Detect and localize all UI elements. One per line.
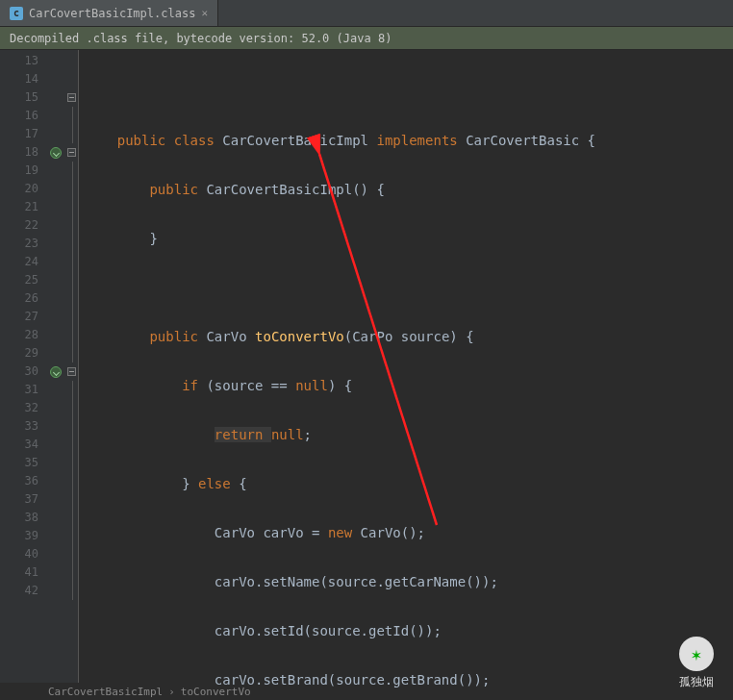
line-gutter: 1314151617181920212223242526272829303132… [0,50,46,683]
fold-toggle[interactable] [65,143,78,162]
tab-filename: CarCovertBasicImpl.class [29,7,195,20]
override-indicator[interactable] [46,362,65,381]
decompile-banner: Decompiled .class file, bytecode version… [0,27,733,50]
file-tab[interactable]: c CarCovertBasicImpl.class ✕ [0,0,218,26]
banner-text: Decompiled .class file, bytecode version… [10,32,392,45]
fold-toggle[interactable] [65,362,78,381]
gutter-icons [46,50,65,683]
close-icon[interactable]: ✕ [201,7,208,19]
wechat-watermark-icon: ✶ [679,637,714,671]
override-indicator[interactable] [46,143,65,162]
breadcrumb[interactable]: CarCovertBasicImpl › toConvertVo [48,686,251,698]
fold-toggle[interactable] [65,88,78,107]
class-file-icon: c [10,7,23,20]
tab-bar: c CarCovertBasicImpl.class ✕ [0,0,733,27]
code-area[interactable]: public class CarCovertBasicImpl implemen… [79,50,733,683]
wechat-watermark-text: 孤独烟 [679,674,714,690]
code-editor: 1314151617181920212223242526272829303132… [0,50,733,683]
fold-column [65,50,79,683]
